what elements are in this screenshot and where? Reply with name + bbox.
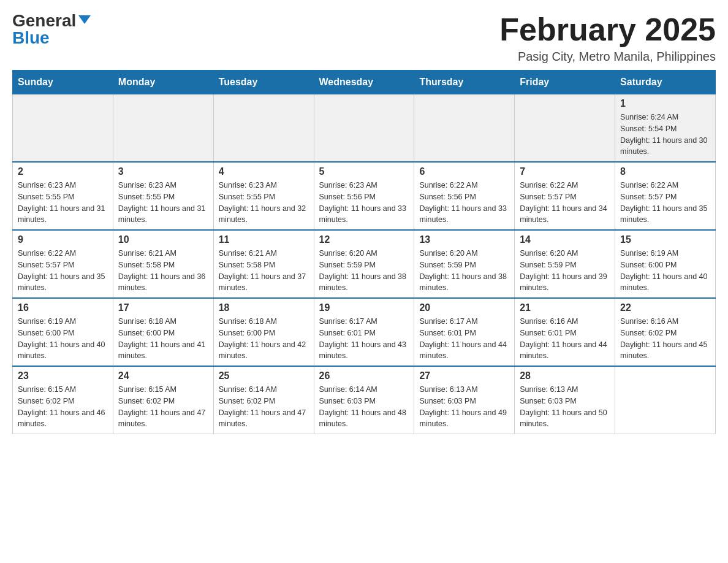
day-info: Sunrise: 6:19 AMSunset: 6:00 PMDaylight:…: [18, 316, 108, 362]
day-info: Sunrise: 6:24 AMSunset: 5:54 PMDaylight:…: [620, 112, 710, 158]
calendar-cell: 11Sunrise: 6:21 AMSunset: 5:58 PMDayligh…: [213, 230, 314, 298]
day-info: Sunrise: 6:20 AMSunset: 5:59 PMDaylight:…: [520, 248, 610, 294]
calendar-cell: [113, 94, 213, 163]
calendar-cell: 13Sunrise: 6:20 AMSunset: 5:59 PMDayligh…: [414, 230, 515, 298]
day-info: Sunrise: 6:23 AMSunset: 5:55 PMDaylight:…: [118, 180, 208, 226]
day-info: Sunrise: 6:21 AMSunset: 5:58 PMDaylight:…: [118, 248, 208, 294]
day-info: Sunrise: 6:23 AMSunset: 5:55 PMDaylight:…: [18, 180, 108, 226]
day-number: 25: [219, 370, 309, 381]
day-info: Sunrise: 6:15 AMSunset: 6:02 PMDaylight:…: [18, 384, 108, 430]
day-info: Sunrise: 6:14 AMSunset: 6:02 PMDaylight:…: [219, 384, 309, 430]
calendar-cell: 22Sunrise: 6:16 AMSunset: 6:02 PMDayligh…: [615, 298, 716, 366]
day-number: 28: [520, 370, 610, 381]
day-info: Sunrise: 6:13 AMSunset: 6:03 PMDaylight:…: [419, 384, 509, 430]
day-info: Sunrise: 6:17 AMSunset: 6:01 PMDaylight:…: [319, 316, 409, 362]
day-number: 1: [620, 98, 710, 109]
day-number: 16: [18, 302, 108, 313]
calendar-week-row: 16Sunrise: 6:19 AMSunset: 6:00 PMDayligh…: [13, 298, 716, 366]
day-number: 27: [419, 370, 509, 381]
calendar-cell: 24Sunrise: 6:15 AMSunset: 6:02 PMDayligh…: [113, 366, 213, 434]
page-header: General Blue February 2025 Pasig City, M…: [12, 12, 716, 64]
calendar-header-thursday: Thursday: [414, 71, 515, 94]
day-number: 18: [219, 302, 309, 313]
calendar-header-wednesday: Wednesday: [314, 71, 414, 94]
day-number: 26: [319, 370, 409, 381]
day-number: 5: [319, 166, 409, 177]
calendar-table: SundayMondayTuesdayWednesdayThursdayFrid…: [12, 70, 716, 434]
day-number: 14: [520, 234, 610, 245]
day-info: Sunrise: 6:20 AMSunset: 5:59 PMDaylight:…: [419, 248, 509, 294]
day-number: 13: [419, 234, 509, 245]
calendar-cell: 28Sunrise: 6:13 AMSunset: 6:03 PMDayligh…: [515, 366, 615, 434]
calendar-cell: 4Sunrise: 6:23 AMSunset: 5:55 PMDaylight…: [213, 162, 314, 230]
calendar-header-saturday: Saturday: [615, 71, 716, 94]
calendar-week-row: 23Sunrise: 6:15 AMSunset: 6:02 PMDayligh…: [13, 366, 716, 434]
calendar-cell: [615, 366, 716, 434]
day-number: 12: [319, 234, 409, 245]
day-number: 21: [520, 302, 610, 313]
calendar-cell: 21Sunrise: 6:16 AMSunset: 6:01 PMDayligh…: [515, 298, 615, 366]
day-info: Sunrise: 6:22 AMSunset: 5:57 PMDaylight:…: [620, 180, 710, 226]
day-number: 24: [118, 370, 208, 381]
calendar-cell: [314, 94, 414, 163]
calendar-cell: 20Sunrise: 6:17 AMSunset: 6:01 PMDayligh…: [414, 298, 515, 366]
location-title: Pasig City, Metro Manila, Philippines: [499, 50, 716, 64]
day-info: Sunrise: 6:22 AMSunset: 5:57 PMDaylight:…: [520, 180, 610, 226]
day-number: 9: [18, 234, 108, 245]
day-info: Sunrise: 6:18 AMSunset: 6:00 PMDaylight:…: [219, 316, 309, 362]
calendar-cell: 7Sunrise: 6:22 AMSunset: 5:57 PMDaylight…: [515, 162, 615, 230]
calendar-header-monday: Monday: [113, 71, 213, 94]
calendar-cell: 14Sunrise: 6:20 AMSunset: 5:59 PMDayligh…: [515, 230, 615, 298]
calendar-header-row: SundayMondayTuesdayWednesdayThursdayFrid…: [13, 71, 716, 94]
day-number: 7: [520, 166, 610, 177]
calendar-cell: 1Sunrise: 6:24 AMSunset: 5:54 PMDaylight…: [615, 94, 716, 163]
calendar-week-row: 2Sunrise: 6:23 AMSunset: 5:55 PMDaylight…: [13, 162, 716, 230]
day-number: 15: [620, 234, 710, 245]
day-number: 8: [620, 166, 710, 177]
day-number: 6: [419, 166, 509, 177]
calendar-cell: 17Sunrise: 6:18 AMSunset: 6:00 PMDayligh…: [113, 298, 213, 366]
logo-general-text: General: [12, 12, 76, 29]
day-info: Sunrise: 6:22 AMSunset: 5:56 PMDaylight:…: [419, 180, 509, 226]
day-number: 23: [18, 370, 108, 381]
calendar-week-row: 9Sunrise: 6:22 AMSunset: 5:57 PMDaylight…: [13, 230, 716, 298]
calendar-cell: 23Sunrise: 6:15 AMSunset: 6:02 PMDayligh…: [13, 366, 113, 434]
day-info: Sunrise: 6:15 AMSunset: 6:02 PMDaylight:…: [118, 384, 208, 430]
day-info: Sunrise: 6:23 AMSunset: 5:55 PMDaylight:…: [219, 180, 309, 226]
logo: General Blue: [12, 12, 91, 47]
calendar-cell: 3Sunrise: 6:23 AMSunset: 5:55 PMDaylight…: [113, 162, 213, 230]
calendar-cell: 5Sunrise: 6:23 AMSunset: 5:56 PMDaylight…: [314, 162, 414, 230]
calendar-header-sunday: Sunday: [13, 71, 113, 94]
day-info: Sunrise: 6:17 AMSunset: 6:01 PMDaylight:…: [419, 316, 509, 362]
calendar-cell: [515, 94, 615, 163]
day-info: Sunrise: 6:16 AMSunset: 6:02 PMDaylight:…: [620, 316, 710, 362]
calendar-header-friday: Friday: [515, 71, 615, 94]
calendar-cell: 18Sunrise: 6:18 AMSunset: 6:00 PMDayligh…: [213, 298, 314, 366]
day-info: Sunrise: 6:22 AMSunset: 5:57 PMDaylight:…: [18, 248, 108, 294]
calendar-cell: [414, 94, 515, 163]
calendar-cell: [213, 94, 314, 163]
calendar-cell: 6Sunrise: 6:22 AMSunset: 5:56 PMDaylight…: [414, 162, 515, 230]
day-info: Sunrise: 6:21 AMSunset: 5:58 PMDaylight:…: [219, 248, 309, 294]
calendar-cell: 25Sunrise: 6:14 AMSunset: 6:02 PMDayligh…: [213, 366, 314, 434]
calendar-cell: 19Sunrise: 6:17 AMSunset: 6:01 PMDayligh…: [314, 298, 414, 366]
title-area: February 2025 Pasig City, Metro Manila, …: [499, 12, 716, 64]
day-number: 2: [18, 166, 108, 177]
calendar-cell: 10Sunrise: 6:21 AMSunset: 5:58 PMDayligh…: [113, 230, 213, 298]
calendar-cell: 27Sunrise: 6:13 AMSunset: 6:03 PMDayligh…: [414, 366, 515, 434]
calendar-cell: 9Sunrise: 6:22 AMSunset: 5:57 PMDaylight…: [13, 230, 113, 298]
calendar-cell: 8Sunrise: 6:22 AMSunset: 5:57 PMDaylight…: [615, 162, 716, 230]
day-info: Sunrise: 6:23 AMSunset: 5:56 PMDaylight:…: [319, 180, 409, 226]
calendar-cell: 15Sunrise: 6:19 AMSunset: 6:00 PMDayligh…: [615, 230, 716, 298]
day-info: Sunrise: 6:18 AMSunset: 6:00 PMDaylight:…: [118, 316, 208, 362]
day-number: 4: [219, 166, 309, 177]
month-title: February 2025: [499, 12, 716, 47]
day-info: Sunrise: 6:20 AMSunset: 5:59 PMDaylight:…: [319, 248, 409, 294]
day-number: 22: [620, 302, 710, 313]
calendar-cell: 26Sunrise: 6:14 AMSunset: 6:03 PMDayligh…: [314, 366, 414, 434]
day-number: 19: [319, 302, 409, 313]
logo-blue-text: Blue: [12, 29, 50, 47]
day-info: Sunrise: 6:14 AMSunset: 6:03 PMDaylight:…: [319, 384, 409, 430]
day-info: Sunrise: 6:13 AMSunset: 6:03 PMDaylight:…: [520, 384, 610, 430]
calendar-cell: 2Sunrise: 6:23 AMSunset: 5:55 PMDaylight…: [13, 162, 113, 230]
